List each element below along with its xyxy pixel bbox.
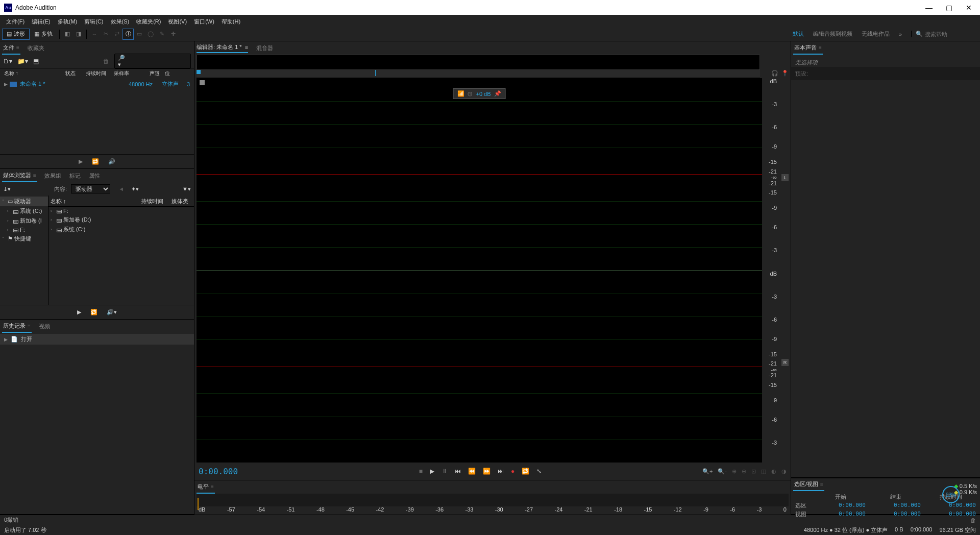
col-name[interactable]: 名称 ↑: [4, 70, 65, 77]
waveform-display[interactable]: 📶 ◷ +0 dB 📌: [197, 78, 762, 463]
overview-bar[interactable]: [197, 55, 760, 70]
col-name[interactable]: 名称 ↑: [51, 198, 141, 205]
skip-button[interactable]: ⤡: [536, 468, 542, 475]
history-item[interactable]: ▶ 📄 打开: [0, 334, 194, 345]
tool-marquee[interactable]: ▭: [134, 29, 145, 40]
close-button[interactable]: ✕: [966, 4, 972, 12]
menu-file[interactable]: 文件(F): [3, 17, 28, 27]
menu-view[interactable]: 视图(V): [165, 17, 190, 27]
autoplay-icon[interactable]: 🔊▾: [107, 309, 117, 315]
tree-item-c[interactable]: ›🖴系统 (C:): [48, 225, 194, 234]
view-dur[interactable]: 0:00.000: [926, 510, 976, 518]
tool-time-select[interactable]: Ⓘ: [122, 29, 134, 40]
col-duration[interactable]: 持续时间: [141, 198, 172, 205]
zoom-sel-icon[interactable]: ◫: [761, 468, 766, 475]
pause-button[interactable]: ⏸: [442, 468, 448, 475]
tab-selection-view[interactable]: 选区/视图 ≡: [793, 478, 824, 491]
zoom-amp-out-icon[interactable]: ⊖: [742, 468, 746, 475]
open-file-icon[interactable]: 📁▾: [17, 58, 28, 65]
tab-mixer[interactable]: 混音器: [256, 44, 273, 52]
tree-item-shortcuts[interactable]: ˅⚑快捷键: [0, 234, 48, 244]
col-bit[interactable]: 位: [160, 70, 170, 77]
expand-icon[interactable]: ▶: [4, 82, 8, 87]
tab-essential-sound[interactable]: 基本声音 ≡: [793, 42, 823, 55]
tab-favorites[interactable]: 收藏夹: [27, 42, 45, 54]
timeline-ruler[interactable]: [197, 70, 760, 78]
forward-button[interactable]: ⏩: [483, 468, 491, 475]
levels-meter[interactable]: [197, 494, 789, 506]
pin-icon[interactable]: 📍: [781, 70, 789, 77]
maximize-button[interactable]: ▢: [946, 4, 952, 12]
tab-files[interactable]: 文件 ≡: [2, 42, 20, 55]
in-marker[interactable]: [197, 70, 201, 74]
import-icon[interactable]: ⤓▾: [3, 186, 11, 192]
sel-end[interactable]: 0:00.000: [871, 502, 921, 509]
zoom-out-point-icon[interactable]: ◑: [781, 468, 787, 475]
tool-spectral-freq[interactable]: ◧: [62, 29, 73, 40]
help-search-input[interactable]: [925, 31, 976, 37]
zoom-in-icon[interactable]: 🔍+: [702, 468, 713, 475]
col-duration[interactable]: 持续时间: [86, 70, 114, 77]
menu-edit[interactable]: 编辑(E): [29, 17, 54, 27]
menu-clip[interactable]: 剪辑(C): [81, 17, 106, 27]
tree-item-drives[interactable]: ˅▭驱动器: [0, 197, 48, 206]
rewind-button[interactable]: ⏪: [468, 468, 476, 475]
goto-end-button[interactable]: ⏭: [498, 468, 504, 475]
menu-multitrack[interactable]: 多轨(M): [55, 17, 81, 27]
channel-l-badge[interactable]: L: [781, 174, 789, 181]
minimize-button[interactable]: —: [925, 4, 933, 12]
menu-window[interactable]: 窗口(W): [191, 17, 217, 27]
files-search-input[interactable]: [129, 58, 187, 64]
tree-item-i[interactable]: ›🖴新加卷 (I: [0, 216, 48, 226]
workspace-edit-video[interactable]: 编辑音频到视频: [813, 30, 852, 38]
col-mediatype[interactable]: 媒体类: [172, 198, 192, 205]
nav-fwd-icon[interactable]: ✦▾: [131, 186, 139, 192]
zoom-fit-icon[interactable]: ⊡: [751, 468, 756, 475]
col-status[interactable]: 状态: [65, 70, 86, 77]
tab-history[interactable]: 历史记录 ≡: [2, 320, 32, 333]
tab-effects-rack[interactable]: 效果组: [43, 170, 62, 182]
record-file-icon[interactable]: ⬒: [33, 58, 39, 65]
menu-help[interactable]: 帮助(H): [218, 17, 243, 27]
play-button[interactable]: ▶: [430, 468, 434, 475]
tab-properties[interactable]: 属性: [88, 170, 101, 182]
tool-lasso[interactable]: ◯: [145, 29, 156, 40]
sel-start[interactable]: 0:00.000: [816, 502, 866, 509]
loop-preview-icon[interactable]: 🔁: [92, 158, 99, 165]
tab-levels[interactable]: 电平 ≡: [197, 481, 215, 494]
tool-move[interactable]: ↔: [89, 29, 100, 40]
tab-editor[interactable]: 编辑器: 未命名 1 * ≡: [197, 43, 248, 53]
tree-item-f[interactable]: ›🖴F:: [48, 207, 194, 215]
new-file-icon[interactable]: 🗋▾: [3, 58, 12, 65]
workspace-radio[interactable]: 无线电作品: [862, 30, 890, 38]
menu-favorites[interactable]: 收藏夹(R): [133, 17, 164, 27]
tab-markers[interactable]: 标记: [68, 170, 82, 182]
tool-razor[interactable]: ✂: [100, 29, 111, 40]
zoom-in-point-icon[interactable]: ◐: [771, 468, 776, 475]
panel-menu-icon[interactable]: ≡: [245, 44, 248, 50]
tool-spectral-pitch[interactable]: ◨: [73, 29, 84, 40]
loop-preview-icon[interactable]: 🔁: [90, 309, 97, 315]
panel-menu-icon[interactable]: ≡: [819, 45, 822, 51]
channel-r-badge[interactable]: R: [781, 359, 789, 366]
workspace-more[interactable]: »: [899, 31, 902, 37]
play-preview-icon[interactable]: ▶: [77, 309, 81, 315]
view-end[interactable]: 0:00.000: [871, 510, 921, 518]
tree-item-f[interactable]: ›🖴F:: [0, 226, 48, 234]
panel-menu-icon[interactable]: ≡: [211, 484, 214, 490]
autoplay-icon[interactable]: 🔊: [108, 158, 115, 165]
view-multitrack-button[interactable]: ▦ 多轨: [30, 29, 57, 40]
zoom-out-icon[interactable]: 🔍-: [718, 468, 727, 475]
tab-media-browser[interactable]: 媒体浏览器 ≡: [2, 169, 37, 182]
tree-item-d[interactable]: ›🖴新加卷 (D:): [48, 215, 194, 225]
workspace-default[interactable]: 默认: [793, 30, 804, 38]
filter-icon[interactable]: ▼▾: [182, 186, 191, 192]
view-waveform-button[interactable]: ▤ 波形: [2, 29, 30, 40]
nav-back-icon[interactable]: ◄: [118, 186, 124, 192]
zoom-amp-in-icon[interactable]: ⊕: [732, 468, 737, 475]
panel-menu-icon[interactable]: ≡: [28, 323, 31, 329]
col-samplerate[interactable]: 采样率: [114, 70, 139, 77]
menu-effects[interactable]: 效果(S): [108, 17, 133, 27]
view-start[interactable]: 0:00.000: [816, 510, 866, 518]
panel-menu-icon[interactable]: ≡: [16, 45, 19, 51]
